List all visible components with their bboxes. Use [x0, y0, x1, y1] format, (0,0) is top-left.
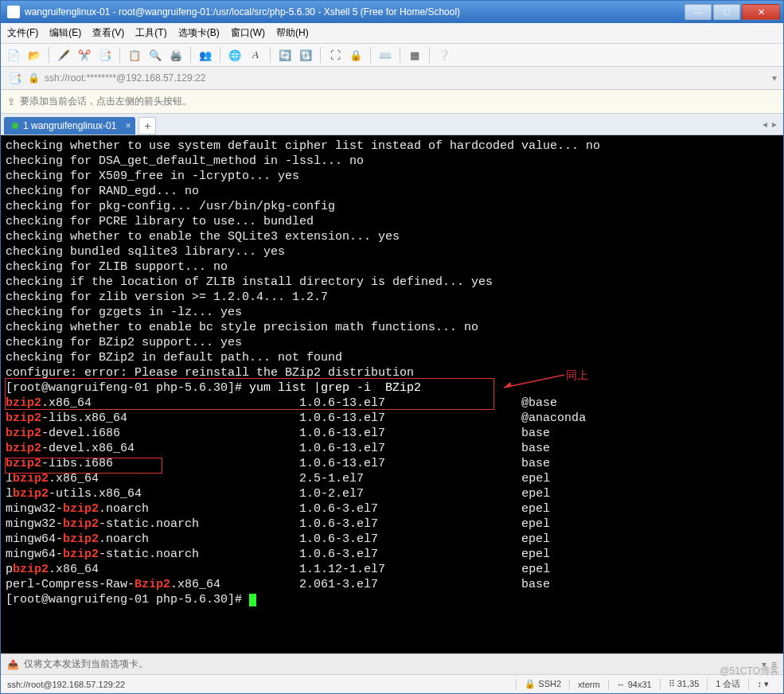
lock-icon[interactable]: 🔒 — [348, 47, 364, 63]
svg-marker-1 — [504, 382, 512, 388]
find-icon[interactable]: 🖨️ — [168, 47, 184, 63]
status-proto: 🔒 SSH2 — [516, 679, 569, 689]
menu-tools[interactable]: 工具(T) — [135, 26, 166, 40]
tabs-row: 1 wangruifenglinux-01 × + ◂ ▸ — [1, 114, 783, 135]
menu-edit[interactable]: 编辑(E) — [49, 26, 81, 40]
reconnect-icon[interactable]: 🖋️ — [56, 47, 72, 63]
tab-prev-icon[interactable]: ◂ — [763, 119, 767, 130]
tab-label: 1 wangruifenglinux-01 — [23, 120, 116, 131]
toolbar: 📄 📂 🖋️ ✂️ 📑 📋 🔍 🖨️ 👥 🌐 A 🔄 🔃 ⛶ 🔒 ⌨️ ▦ ❔ — [1, 44, 783, 67]
status-connection: ssh://root@192.168.57.129:22 — [7, 680, 125, 689]
new-icon[interactable]: 📄 — [6, 47, 21, 63]
sync-icon[interactable]: 🔃 — [298, 47, 314, 63]
copy-icon[interactable]: 📋 — [127, 47, 142, 63]
annotation-box-1 — [5, 378, 494, 410]
hint-bar: ⇪ 要添加当前会话，点击左侧的箭头按钮。 — [1, 90, 783, 114]
address-text[interactable]: ssh://root:********@192.168.57.129:22 — [45, 72, 205, 84]
address-bar: 📑 🔒 ssh://root:********@192.168.57.129:2… — [1, 67, 783, 90]
minimize-button[interactable]: — — [685, 4, 712, 20]
menu-tabs[interactable]: 选项卡(B) — [178, 26, 220, 40]
status-sessions: 1 会话 — [707, 678, 748, 690]
tab-next-icon[interactable]: ▸ — [772, 119, 777, 130]
annotation-box-2 — [5, 458, 162, 474]
session-icon[interactable]: 📑 — [7, 70, 23, 86]
terminal-output[interactable]: checking whether to use system default c… — [1, 135, 783, 653]
tab-close-icon[interactable]: × — [125, 120, 131, 131]
status-size: ↔ 94x31 — [608, 680, 660, 689]
status-pos: ⠿ 31,35 — [660, 679, 708, 689]
menubar: 文件(F) 编辑(E) 查看(V) 工具(T) 选项卡(B) 窗口(W) 帮助(… — [1, 23, 783, 44]
app-icon — [7, 6, 20, 18]
send-bar: 📤 仅将文本发送到当前选项卡。 ▾ ≡ — [1, 653, 783, 674]
properties-icon[interactable]: 📑 — [97, 47, 113, 63]
lock-small-icon: 🔒 — [28, 72, 40, 84]
font-icon[interactable]: A — [248, 47, 263, 63]
hint-text: 要添加当前会话，点击左侧的箭头按钮。 — [20, 95, 192, 108]
arrow-icon[interactable]: ⇪ — [7, 96, 15, 107]
layout-icon[interactable]: ▦ — [407, 47, 423, 63]
menu-file[interactable]: 文件(F) — [7, 26, 38, 40]
app-window: wangruifenglinux-01 - root@wangruifeng-0… — [0, 0, 784, 694]
fullscreen-icon[interactable]: ⛶ — [327, 47, 343, 63]
menu-help[interactable]: 帮助(H) — [276, 26, 309, 40]
annotation-arrow — [502, 373, 566, 389]
paste-icon[interactable]: 🔍 — [147, 47, 163, 63]
help-icon[interactable]: ❔ — [436, 47, 452, 63]
dropdown-icon[interactable]: ▾ — [772, 72, 777, 84]
status-bar: ssh://root@192.168.57.129:22 🔒 SSH2 xter… — [1, 674, 783, 693]
disconnect-icon[interactable]: ✂️ — [76, 47, 92, 63]
maximize-button[interactable]: □ — [713, 4, 740, 20]
status-updown-icon[interactable]: ↕ ▾ — [748, 679, 777, 689]
close-button[interactable]: ✕ — [742, 4, 780, 20]
annotation-label: 同上 — [566, 368, 588, 383]
send-icon[interactable]: 📤 — [7, 659, 19, 670]
titlebar[interactable]: wangruifenglinux-01 - root@wangruifeng-0… — [1, 1, 783, 23]
send-text: 仅将文本发送到当前选项卡。 — [24, 657, 148, 671]
refresh-icon[interactable]: 🔄 — [277, 47, 293, 63]
status-dot-icon — [12, 123, 18, 129]
watermark: @51CTO博客 — [720, 665, 779, 678]
keyboard-icon[interactable]: ⌨️ — [377, 47, 393, 63]
status-term: xterm — [569, 680, 608, 689]
globe-icon[interactable]: 🌐 — [227, 47, 243, 63]
menu-window[interactable]: 窗口(W) — [231, 26, 265, 40]
svg-line-0 — [504, 375, 564, 388]
window-title: wangruifenglinux-01 - root@wangruifeng-0… — [25, 6, 685, 18]
session-tab[interactable]: 1 wangruifenglinux-01 × — [4, 117, 135, 135]
open-icon[interactable]: 📂 — [26, 47, 42, 63]
tab-add-button[interactable]: + — [138, 117, 156, 135]
users-icon[interactable]: 👥 — [197, 47, 213, 63]
menu-view[interactable]: 查看(V) — [92, 26, 124, 40]
